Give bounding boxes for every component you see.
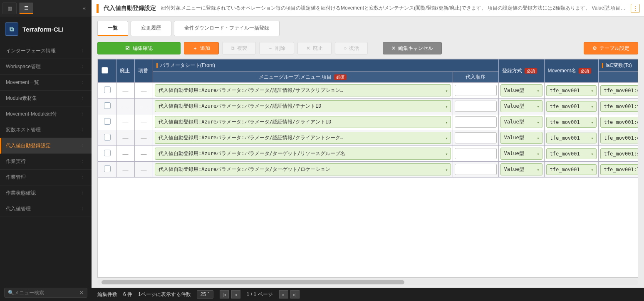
- col-reg[interactable]: 登録方式必須: [498, 59, 544, 83]
- mov-select[interactable]: tfe_mov001: [546, 164, 597, 175]
- var-select[interactable]: tfe_mov001:client_id: [600, 117, 638, 128]
- scrollbar-thumb[interactable]: [102, 280, 404, 284]
- var-select[interactable]: tfe_mov001:subscription_id: [600, 148, 638, 159]
- menu-select[interactable]: 代入値自動登録用:Azureパラメータ:パラメータ/認証情報/クライアントID: [155, 116, 451, 128]
- page-next-button[interactable]: ▸: [279, 290, 288, 299]
- confirm-button[interactable]: 🗹編集確認: [97, 42, 181, 54]
- delete-button: －削除: [259, 42, 294, 54]
- row-checkbox[interactable]: [104, 150, 111, 156]
- tab[interactable]: 全件ダウンロード・ファイル一括登録: [174, 21, 280, 36]
- sidebar-item-label: 代入値自動登録設定: [6, 142, 51, 149]
- mov-select[interactable]: tfe_mov001: [546, 101, 597, 112]
- table-settings-button[interactable]: ⚙テーブル設定: [584, 42, 638, 54]
- settings-label: テーブル設定: [599, 45, 629, 52]
- header: 代入値自動登録設定 紐付対象メニューに登録されているオペレーション毎の項目の設定…: [92, 0, 644, 17]
- data-table: 廃止 項番 パラメータシート(From) 登録方式必須 Movement名必須 …: [98, 59, 638, 178]
- discard-cell: —: [116, 146, 135, 162]
- var-select[interactable]: tfe_mov001:client_secret: [600, 133, 638, 143]
- var-select[interactable]: tfe_mov001:location: [600, 164, 638, 175]
- reg-select[interactable]: Value型: [500, 116, 542, 128]
- sidebar-search-input[interactable]: [14, 290, 79, 296]
- add-label: 追加: [200, 45, 210, 52]
- view-grid-button[interactable]: ▦: [2, 2, 17, 14]
- order-input[interactable]: [455, 101, 497, 112]
- col-var[interactable]: Movement名:変数名必須: [598, 72, 638, 83]
- reg-select[interactable]: Value型: [500, 148, 542, 160]
- order-input[interactable]: [455, 148, 497, 159]
- no-cell: —: [135, 130, 153, 146]
- sidebar-item[interactable]: 作業実行〉: [0, 154, 92, 170]
- add-button[interactable]: ＋追加: [184, 42, 219, 54]
- sidebar-collapse-button[interactable]: «: [79, 4, 89, 13]
- col-menu[interactable]: メニューグループ:メニュー:項目必須: [153, 72, 453, 83]
- order-input[interactable]: [455, 164, 497, 175]
- col-mov[interactable]: Movement名必須: [544, 59, 598, 83]
- view-list-button[interactable]: ☰: [19, 2, 33, 14]
- row-checkbox[interactable]: [104, 134, 111, 141]
- page-first-button[interactable]: |◂: [220, 290, 229, 299]
- sidebar-item[interactable]: Movement-Module紐付〉: [0, 106, 92, 122]
- tab[interactable]: 変更履歴: [131, 21, 171, 36]
- tab[interactable]: 一覧: [97, 21, 128, 36]
- order-input[interactable]: [455, 85, 497, 96]
- sidebar: ▦ ☰ « ⧉ Terraform-CLI インターフェース情報〉Workspa…: [0, 0, 92, 301]
- menu-select[interactable]: 代入値自動登録用:Azureパラメータ:パラメータ/認証情報/クライアントシーク…: [155, 132, 451, 144]
- sidebar-item[interactable]: 作業状態確認〉: [0, 185, 92, 201]
- col-discard[interactable]: 廃止: [116, 59, 135, 83]
- col-order[interactable]: 代入順序: [453, 72, 498, 83]
- sidebar-item[interactable]: 作業管理〉: [0, 170, 92, 185]
- reg-select[interactable]: Value型: [500, 163, 542, 175]
- per-page-select[interactable]: 25 ˄: [197, 290, 214, 299]
- row-checkbox[interactable]: [104, 102, 111, 109]
- select-all-checkbox[interactable]: [102, 67, 108, 74]
- clear-icon[interactable]: ✕: [79, 290, 84, 296]
- mov-select[interactable]: tfe_mov001: [546, 148, 597, 159]
- var-select[interactable]: tfe_mov001:tenant_id: [600, 101, 638, 112]
- required-badge: 必須: [525, 68, 537, 74]
- mov-select[interactable]: tfe_mov001: [546, 85, 597, 96]
- row-checkbox[interactable]: [104, 165, 111, 172]
- cancel-button[interactable]: ✕編集キャンセル: [383, 42, 442, 54]
- col-no[interactable]: 項番: [135, 59, 153, 83]
- row-checkbox[interactable]: [104, 118, 111, 125]
- discard-button: ✕廃止: [297, 42, 332, 54]
- app-title-block: ⧉ Terraform-CLI: [0, 17, 92, 43]
- col-group-param-label: パラメータシート(From): [160, 62, 215, 68]
- menu-select[interactable]: 代入値自動登録用:Azureパラメータ:パラメータ/認証情報/テナントID: [155, 100, 451, 112]
- menu-select[interactable]: 代入値自動登録用:Azureパラメータ:パラメータ/ターゲット/リソースグループ…: [155, 148, 451, 160]
- row-checkbox[interactable]: [104, 86, 111, 93]
- sidebar-item[interactable]: Module素材集〉: [0, 91, 92, 106]
- page-last-button[interactable]: ▸|: [290, 290, 300, 299]
- table-row: ——代入値自動登録用:Azureパラメータ:パラメータ/ターゲット/ロケーション…: [98, 162, 639, 178]
- sidebar-item[interactable]: インターフェース情報〉: [0, 43, 92, 59]
- sidebar-top: ▦ ☰ «: [0, 0, 92, 17]
- footer: 編集件数 6 件 1ページに表示する件数 25 ˄ |◂ ◂ 1 / 1 ページ…: [92, 288, 644, 301]
- sidebar-item[interactable]: Movement一覧〉: [0, 75, 92, 91]
- sidebar-search[interactable]: 🔍 ✕: [4, 288, 87, 298]
- sidebar-item[interactable]: Workspace管理〉: [0, 59, 92, 75]
- sidebar-item-label: 変数ネスト管理: [6, 126, 41, 133]
- reg-select[interactable]: Value型: [500, 132, 542, 144]
- reg-select[interactable]: Value型: [500, 100, 542, 112]
- table-container[interactable]: 廃止 項番 パラメータシート(From) 登録方式必須 Movement名必須 …: [97, 59, 638, 278]
- app-title: Terraform-CLI: [22, 26, 64, 33]
- sidebar-item[interactable]: 代入値自動登録設定〉: [0, 138, 92, 154]
- chevron-right-icon: 〉: [82, 159, 86, 165]
- order-input[interactable]: [455, 116, 497, 128]
- sidebar-item[interactable]: 変数ネスト管理〉: [0, 122, 92, 138]
- sidebar-item-label: 作業実行: [6, 158, 26, 165]
- sidebar-item-label: 代入値管理: [6, 205, 31, 212]
- var-select[interactable]: tfe_mov001:subscription_id: [600, 85, 638, 96]
- menu-select[interactable]: 代入値自動登録用:Azureパラメータ:パラメータ/認証情報/サブスクリプション…: [155, 84, 451, 96]
- page-prev-button[interactable]: ◂: [231, 290, 240, 299]
- menu-select[interactable]: 代入値自動登録用:Azureパラメータ:パラメータ/ターゲット/ロケーション: [155, 163, 451, 175]
- mov-select[interactable]: tfe_mov001: [546, 117, 597, 128]
- header-menu-button[interactable]: ⋮: [631, 4, 640, 13]
- table-row: ——代入値自動登録用:Azureパラメータ:パラメータ/ターゲット/リソースグル…: [98, 146, 639, 162]
- sidebar-item[interactable]: 代入値管理〉: [0, 201, 92, 217]
- horizontal-scrollbar[interactable]: [97, 279, 638, 285]
- reg-select[interactable]: Value型: [500, 84, 542, 96]
- order-input[interactable]: [455, 132, 497, 143]
- copy-icon: ⧉: [231, 45, 235, 51]
- mov-select[interactable]: tfe_mov001: [546, 133, 597, 143]
